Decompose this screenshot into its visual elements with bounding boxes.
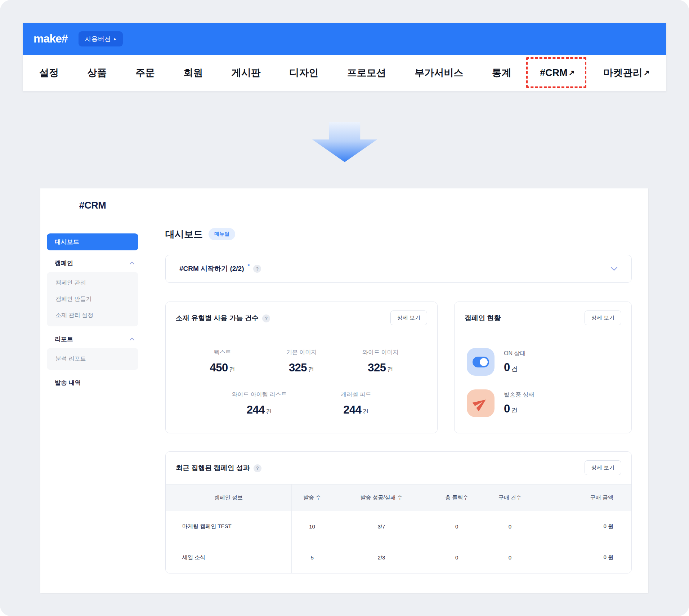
menu-item-market-management[interactable]: 마켓관리↗ — [603, 66, 649, 79]
version-badge-button[interactable]: 사용버전 ▸ — [79, 31, 123, 46]
table-row: 마케팅 캠페인 TEST 10 3/7 0 0 0 원 — [166, 511, 631, 542]
content-top-bar — [145, 188, 648, 215]
stat-cards-row: 소재 유형별 사용 가능 건수 ? 상세 보기 텍스트 450건 — [165, 302, 632, 433]
getting-started-title: #CRM 시작하기 (2/2) — [179, 264, 244, 273]
menu-item-statistics[interactable]: 통계 — [492, 66, 511, 79]
column-send-count: 발송 수 — [291, 485, 332, 511]
stat-unit: 건 — [308, 366, 314, 373]
stat-label: 기본 이미지 — [262, 349, 341, 356]
dashboard-content: 대시보드 매뉴얼 #CRM 시작하기 (2/2) * ? — [145, 188, 648, 593]
help-icon[interactable]: ? — [253, 265, 261, 273]
sidebar-item-material-settings[interactable]: 소재 관리 설정 — [47, 307, 138, 323]
sidebar-menu: 대시보드 캠페인 캠페인 관리 캠페인 만들기 소재 관리 설정 리포트 — [47, 233, 138, 391]
table-header-row: 캠페인 정보 발송 수 발송 성공/실패 수 총 클릭수 구매 건수 구매 금액 — [166, 485, 631, 511]
column-success-fail: 발송 성공/실패 수 — [333, 485, 430, 511]
chevron-up-icon — [129, 261, 135, 265]
status-value: 0 — [504, 361, 510, 374]
page-title: 대시보드 — [165, 228, 203, 241]
stat-value: 450 — [210, 361, 228, 374]
cell-purchase-amount: 0 원 — [537, 542, 631, 573]
menu-item-settings[interactable]: 설정 — [39, 66, 59, 79]
stat-basic-image: 기본 이미지 325건 — [262, 349, 341, 374]
cell-send-count: 5 — [291, 542, 332, 573]
help-icon[interactable]: ? — [254, 464, 261, 472]
sidebar-item-send-history[interactable]: 발송 내역 — [47, 374, 138, 391]
report-submenu: 분석 리포트 — [47, 348, 138, 370]
sidebar-section-campaign-label: 캠페인 — [55, 259, 73, 267]
toggle-on-icon — [467, 348, 495, 376]
stat-label: 텍스트 — [183, 349, 262, 356]
sidebar-item-campaign-management[interactable]: 캠페인 관리 — [47, 275, 138, 291]
cell-send-count: 10 — [291, 511, 332, 542]
page-title-row: 대시보드 매뉴얼 — [165, 228, 632, 240]
materials-card-body: 텍스트 450건 기본 이미지 325건 와이드 이미지 325건 — [166, 334, 437, 416]
menu-item-products[interactable]: 상품 — [87, 66, 107, 79]
version-badge-label: 사용버전 — [85, 35, 111, 43]
stat-unit: 건 — [387, 366, 393, 373]
manual-badge[interactable]: 매뉴얼 — [209, 228, 235, 240]
sidebar-section-campaign[interactable]: 캠페인 — [47, 255, 138, 271]
cell-campaign-name: 마케팅 캠페인 TEST — [166, 511, 291, 542]
external-link-icon: ↗ — [568, 69, 575, 78]
menu-item-crm[interactable]: #CRM↗ — [540, 67, 575, 79]
performance-detail-button[interactable]: 상세 보기 — [585, 460, 621, 475]
sidebar-section-report[interactable]: 리포트 — [47, 331, 138, 347]
getting-started-accordion[interactable]: #CRM 시작하기 (2/2) * ? — [165, 255, 632, 283]
cell-total-clicks: 0 — [430, 511, 483, 542]
cell-total-clicks: 0 — [430, 542, 483, 573]
status-label: 발송중 상태 — [504, 391, 534, 399]
cell-success-fail: 3/7 — [333, 511, 430, 542]
status-value: 0 — [504, 402, 510, 415]
crm-dashboard-panel: #CRM 대시보드 캠페인 캠페인 관리 캠페인 만들기 소재 관리 설정 — [40, 188, 648, 593]
materials-detail-button[interactable]: 상세 보기 — [390, 311, 427, 325]
sidebar-item-analysis-report[interactable]: 분석 리포트 — [47, 351, 138, 367]
campaign-status-detail-button[interactable]: 상세 보기 — [585, 311, 621, 325]
stat-label: 와이드 아이템 리스트 — [232, 391, 287, 398]
status-label: ON 상태 — [504, 350, 525, 357]
stat-value: 325 — [289, 361, 307, 374]
sidebar-item-send-history-label: 발송 내역 — [55, 379, 81, 387]
status-unit: 건 — [511, 407, 518, 414]
materials-card-title: 소재 유형별 사용 가능 건수 — [176, 313, 259, 323]
stat-unit: 건 — [266, 408, 272, 415]
campaign-status-title: 캠페인 현황 — [465, 313, 501, 323]
menu-item-crm-label: #CRM — [540, 67, 568, 78]
chevron-down-icon[interactable] — [610, 267, 618, 271]
status-unit: 건 — [511, 365, 518, 372]
stat-value: 244 — [247, 403, 265, 416]
menu-item-addon-services[interactable]: 부가서비스 — [415, 66, 463, 79]
menu-item-orders[interactable]: 주문 — [135, 66, 155, 79]
stat-unit: 건 — [229, 366, 235, 373]
materials-card-header: 소재 유형별 사용 가능 건수 ? 상세 보기 — [166, 302, 437, 334]
help-icon[interactable]: ? — [262, 314, 270, 322]
stat-value: 325 — [368, 361, 386, 374]
column-total-clicks: 총 클릭수 — [430, 485, 483, 511]
column-purchase-count: 구매 건수 — [483, 485, 537, 511]
table-row: 세일 소식 5 2/3 0 0 0 원 — [166, 542, 631, 573]
makeshop-logo: make# — [33, 32, 68, 45]
cell-success-fail: 2/3 — [333, 542, 430, 573]
stat-value: 244 — [343, 403, 361, 416]
down-arrow-graphic — [312, 122, 377, 162]
page-canvas: make# 사용버전 ▸ 설정 상품 주문 회원 게시판 디자인 프로모션 부가… — [0, 0, 689, 616]
stat-label: 캐러셀 피드 — [341, 391, 371, 398]
sidebar-item-campaign-create[interactable]: 캠페인 만들기 — [47, 291, 138, 307]
status-item-on: ON 상태 0건 — [467, 348, 619, 376]
campaign-submenu: 캠페인 관리 캠페인 만들기 소재 관리 설정 — [47, 272, 138, 326]
column-campaign-info: 캠페인 정보 — [166, 485, 291, 511]
crm-sidebar: #CRM 대시보드 캠페인 캠페인 관리 캠페인 만들기 소재 관리 설정 — [40, 188, 145, 593]
sidebar-item-dashboard[interactable]: 대시보드 — [47, 233, 138, 250]
performance-table: 캠페인 정보 발송 수 발송 성공/실패 수 총 클릭수 구매 건수 구매 금액… — [166, 484, 631, 573]
menu-item-design[interactable]: 디자인 — [289, 66, 318, 79]
menu-item-promotion[interactable]: 프로모션 — [347, 66, 386, 79]
stat-wide-item-list: 와이드 아이템 리스트 244건 — [232, 391, 287, 416]
brand-bar: make# 사용버전 ▸ — [23, 23, 666, 55]
menu-item-members[interactable]: 회원 — [183, 66, 203, 79]
chevron-up-icon — [129, 337, 135, 341]
content-inner: 대시보드 매뉴얼 #CRM 시작하기 (2/2) * ? — [145, 215, 648, 573]
getting-started-left: #CRM 시작하기 (2/2) * ? — [179, 264, 261, 273]
menu-item-board[interactable]: 게시판 — [232, 66, 261, 79]
sidebar-title: #CRM — [47, 200, 138, 211]
sidebar-item-dashboard-label: 대시보드 — [55, 238, 79, 246]
stat-label: 와이드 이미지 — [341, 349, 420, 356]
